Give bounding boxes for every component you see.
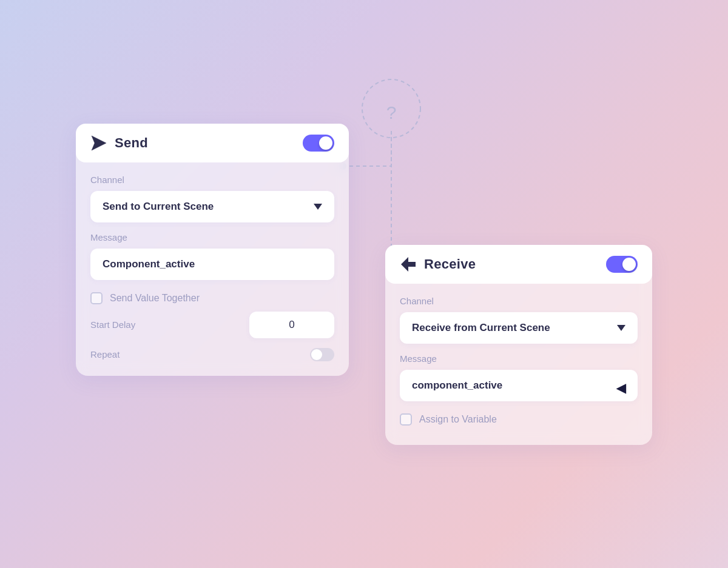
start-delay-row: Start Delay 0 — [90, 312, 334, 338]
assign-variable-label: Assign to Variable — [419, 414, 497, 425]
send-panel-header: Send — [76, 124, 349, 162]
start-delay-input[interactable]: 0 — [249, 312, 334, 338]
svg-point-1 — [362, 79, 420, 138]
svg-marker-4 — [92, 136, 106, 150]
chevron-down-icon — [314, 204, 322, 210]
receive-icon — [400, 256, 417, 273]
assign-variable-row: Assign to Variable — [400, 413, 638, 426]
send-toggle[interactable] — [303, 135, 334, 152]
repeat-label: Repeat — [90, 349, 120, 359]
send-message-label: Message — [90, 232, 334, 242]
start-delay-label: Start Delay — [90, 319, 135, 330]
assign-variable-checkbox[interactable] — [400, 413, 412, 426]
send-channel-value: Send to Current Scene — [103, 201, 214, 213]
receive-channel-label: Channel — [400, 296, 638, 306]
receive-toggle[interactable] — [606, 256, 638, 273]
receive-message-input[interactable]: component_active ◀ — [400, 370, 638, 401]
receive-title: Receive — [424, 256, 476, 272]
receive-panel: Receive Channel Receive from Current Sce… — [385, 245, 652, 445]
receive-message-value: component_active — [412, 379, 502, 391]
send-value-label: Send Value Together — [110, 293, 200, 304]
send-channel-dropdown[interactable]: Send to Current Scene — [90, 191, 334, 222]
send-channel-label: Channel — [90, 175, 334, 185]
chevron-down-icon-receive — [617, 325, 625, 331]
send-value-row: Send Value Together — [90, 292, 334, 304]
receive-panel-header: Receive — [385, 245, 652, 284]
receive-message-label: Message — [400, 353, 638, 364]
repeat-row: Repeat — [90, 348, 334, 361]
receive-channel-value: Receive from Current Scene — [412, 322, 550, 334]
send-value-checkbox[interactable] — [90, 292, 103, 304]
send-panel: Send Channel Send to Current Scene Messa… — [76, 124, 349, 376]
main-container: ? Send Channel Send to Current Scene Mes… — [76, 124, 652, 445]
svg-text:?: ? — [386, 102, 397, 122]
send-icon — [90, 135, 107, 152]
send-panel-body: Channel Send to Current Scene Message Co… — [76, 162, 349, 376]
repeat-toggle[interactable] — [310, 348, 334, 361]
receive-channel-dropdown[interactable]: Receive from Current Scene — [400, 312, 638, 344]
svg-marker-5 — [401, 257, 416, 272]
receive-panel-body: Channel Receive from Current Scene Messa… — [385, 284, 652, 445]
cursor-icon: ◀ — [616, 381, 625, 395]
send-title: Send — [115, 135, 148, 151]
send-message-input[interactable]: Component_active — [90, 249, 334, 280]
